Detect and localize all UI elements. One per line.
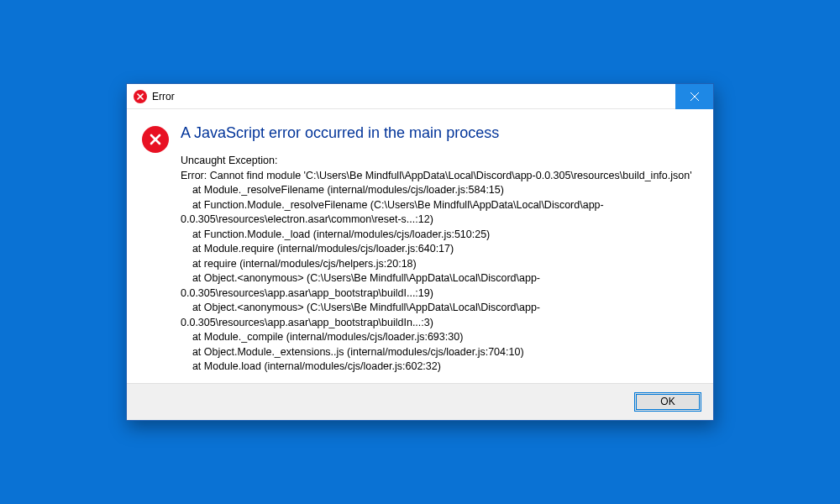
dialog-footer: OK [127,383,713,420]
error-dialog: Error A JavaScript error occurred in the… [126,83,714,421]
dialog-heading: A JavaScript error occurred in the main … [181,124,695,142]
dialog-body-text: Uncaught Exception: Error: Cannot find m… [181,154,695,375]
dialog-content: A JavaScript error occurred in the main … [127,109,713,383]
content-body: A JavaScript error occurred in the main … [181,124,695,375]
error-icon [142,126,169,153]
titlebar-text: Error [152,91,675,102]
ok-button[interactable]: OK [634,392,701,412]
error-icon [134,90,147,103]
close-icon [690,92,699,101]
titlebar: Error [127,84,713,109]
close-button[interactable] [675,84,713,109]
